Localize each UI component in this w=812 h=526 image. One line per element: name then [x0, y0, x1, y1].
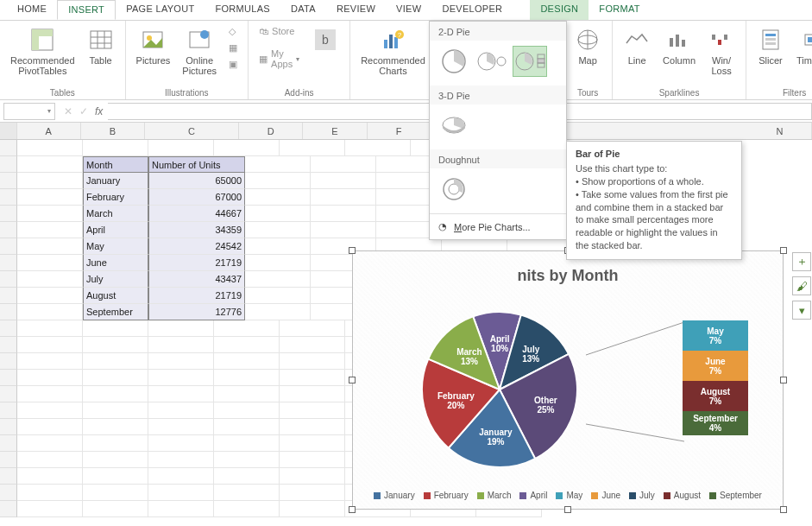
resize-handle[interactable]	[780, 377, 787, 383]
legend-item[interactable]: May	[556, 491, 582, 500]
table-cell-value[interactable]: 67000	[148, 189, 245, 206]
screenshot-button[interactable]: ▣	[225, 57, 241, 72]
bar-segment[interactable]: May7%	[683, 320, 748, 351]
resize-handle[interactable]	[349, 377, 356, 383]
table-header-cell[interactable]: Month	[83, 156, 148, 173]
table-cell-value[interactable]: 65000	[148, 173, 245, 189]
tab-view[interactable]: VIEW	[386, 0, 431, 20]
table-cell-month[interactable]: February	[83, 189, 148, 206]
table-cell-month[interactable]: January	[83, 173, 148, 189]
sparkline-column-button[interactable]: Column	[659, 24, 699, 67]
tooltip-bullet: • Show proportions of a whole.	[576, 175, 733, 188]
pictures-button[interactable]: Pictures	[133, 24, 174, 67]
chart-title[interactable]: nits by Month	[353, 267, 783, 285]
online-pictures-button[interactable]: Online Pictures	[179, 24, 220, 78]
tab-review[interactable]: REVIEW	[326, 0, 386, 20]
tab-data[interactable]: DATA	[280, 0, 326, 20]
recommended-pivottables-button[interactable]: Recommended PivotTables	[7, 24, 79, 78]
col-header[interactable]: F	[368, 123, 431, 139]
table-cell-value[interactable]: 34359	[148, 222, 245, 238]
bar-segment[interactable]: September4%	[683, 411, 748, 435]
sparkline-winloss-button[interactable]: Win/ Loss	[704, 24, 739, 78]
tab-home[interactable]: HOME	[7, 0, 57, 20]
pie-of-pie-option[interactable]	[475, 46, 509, 77]
enter-icon[interactable]: ✓	[79, 105, 88, 117]
table-cell-value[interactable]: 12776	[148, 304, 245, 320]
table-cell-value[interactable]: 21719	[148, 255, 245, 271]
table-button[interactable]: Table	[84, 24, 118, 67]
table-cell-month[interactable]: August	[83, 288, 148, 304]
timeline-button[interactable]: Timeline	[793, 24, 812, 67]
tab-format[interactable]: FORMAT	[589, 0, 650, 20]
myapps-button[interactable]: ▦My Apps▾	[255, 47, 303, 71]
table-cell-value[interactable]: 24542	[148, 238, 245, 255]
tab-page-layout[interactable]: PAGE LAYOUT	[116, 0, 205, 20]
col-header[interactable]: N	[748, 123, 812, 139]
store-button[interactable]: 🛍Store	[255, 24, 303, 38]
col-header[interactable]: A	[17, 123, 81, 139]
pivot-table-icon	[28, 26, 56, 54]
legend-item[interactable]: June	[591, 491, 620, 500]
legend-item[interactable]: April	[519, 491, 547, 500]
resize-handle[interactable]	[349, 506, 356, 513]
embedded-chart[interactable]: nits by Month April10%July13%Other25%Jan…	[352, 250, 784, 510]
bar-of-pie-option[interactable]	[513, 46, 547, 77]
legend-item[interactable]: February	[424, 491, 469, 500]
recommended-charts-button[interactable]: ? Recommended Charts	[357, 24, 429, 78]
bar-segment[interactable]: June7%	[683, 351, 748, 381]
slicer-icon	[757, 26, 784, 54]
table-cell-month[interactable]: May	[83, 238, 148, 255]
sparkline-line-button[interactable]: Line	[620, 24, 654, 67]
chart-filters-button[interactable]: ▾	[792, 301, 811, 320]
bing-maps-button[interactable]: b	[308, 24, 343, 57]
table-cell-value[interactable]: 43437	[148, 271, 245, 288]
cancel-icon[interactable]: ✕	[64, 105, 72, 117]
col-header[interactable]: D	[239, 123, 303, 139]
legend-item[interactable]: March	[477, 491, 512, 500]
select-all-corner[interactable]	[0, 123, 17, 139]
table-header-cell[interactable]: Number of Units	[148, 156, 245, 173]
legend-item[interactable]: August	[664, 491, 701, 500]
doughnut-option[interactable]	[437, 174, 471, 205]
pie-plot-area[interactable]: April10%July13%Other25%January19%Februar…	[413, 303, 603, 476]
shapes-button[interactable]: ◇	[225, 24, 241, 39]
resize-handle[interactable]	[349, 247, 356, 254]
resize-handle[interactable]	[564, 506, 571, 513]
chart-legend[interactable]: JanuaryFebruaryMarchAprilMayJuneJulyAugu…	[353, 491, 783, 500]
col-header[interactable]: C	[145, 123, 239, 139]
table-cell-month[interactable]: July	[83, 271, 148, 288]
tab-design[interactable]: DESIGN	[530, 0, 589, 20]
resize-handle[interactable]	[780, 506, 787, 513]
secondary-bar-stack[interactable]: May7%June7%August7%September4%	[683, 320, 748, 435]
bar-segment[interactable]: August7%	[683, 381, 748, 411]
resize-handle[interactable]	[780, 247, 787, 254]
fx-icon[interactable]: fx	[95, 105, 103, 117]
smartart-button[interactable]: ▦	[225, 41, 241, 55]
svg-rect-14	[384, 40, 387, 48]
chart-styles-button[interactable]: 🖌	[792, 276, 811, 295]
table-cell-month[interactable]: March	[83, 206, 148, 222]
legend-item[interactable]: January	[374, 491, 415, 500]
map-button[interactable]: Map	[570, 24, 605, 67]
table-cell-month[interactable]: September	[83, 304, 148, 320]
pie-3d-option[interactable]	[437, 110, 471, 141]
pie-2d-option[interactable]	[437, 46, 471, 77]
table-cell-value[interactable]: 44667	[148, 206, 245, 222]
more-pie-charts-button[interactable]: ◔ MMore Pie Charts...ore Pie Charts...	[430, 213, 566, 239]
table-cell-value[interactable]: 21719	[148, 288, 245, 304]
table-cell-month[interactable]: June	[83, 255, 148, 271]
name-box[interactable]: ▾	[3, 103, 55, 120]
col-header[interactable]: E	[303, 123, 367, 139]
col-header[interactable]: B	[81, 123, 145, 139]
tab-formulas[interactable]: FORMULAS	[205, 0, 280, 20]
chart-elements-button[interactable]: ＋	[792, 252, 811, 271]
slicer-button[interactable]: Slicer	[753, 24, 788, 67]
tab-developer[interactable]: DEVELOPER	[431, 0, 513, 20]
bing-icon: b	[312, 26, 339, 54]
group-tables: Recommended PivotTables Table Tables	[0, 21, 126, 99]
tab-insert[interactable]: INSERT	[57, 0, 116, 20]
legend-item[interactable]: September	[709, 491, 762, 500]
table-cell-month[interactable]: April	[83, 222, 148, 238]
legend-item[interactable]: July	[629, 491, 655, 500]
sparkline-winloss-icon	[708, 26, 735, 54]
